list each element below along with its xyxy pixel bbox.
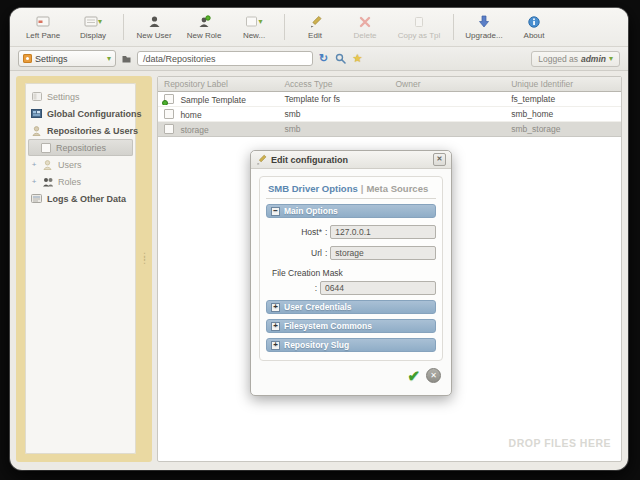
sidebar-item-repositories-users[interactable]: Repositories & Users [28, 122, 133, 139]
expand-plus-icon[interactable]: + [271, 303, 280, 312]
column-header-repository-label[interactable]: Repository Label [158, 79, 278, 89]
section-filesystem-commons[interactable]: + Filesystem Commons [266, 319, 436, 333]
bookmark-button[interactable]: ★ [351, 52, 364, 65]
section-repository-slug-label: Repository Slug [284, 340, 349, 350]
new-button[interactable]: ▾ New... [229, 15, 279, 40]
left-pane-button[interactable]: Left Pane [18, 15, 68, 40]
sidebar-item-settings-root[interactable]: Settings [28, 88, 133, 105]
new-user-button[interactable]: New User [129, 15, 179, 40]
file-creation-mask-input[interactable]: 0644 [320, 281, 436, 295]
pane-icon [31, 91, 42, 102]
sidebar-roles-label: Roles [58, 177, 81, 187]
dialog-title: Edit configuration [271, 155, 348, 165]
expand-plus-icon[interactable]: + [31, 177, 37, 186]
column-header-unique-identifier[interactable]: Unique Identifier [505, 79, 621, 89]
new-user-icon [148, 15, 161, 29]
copy-as-template-button[interactable]: Copy as Tpl [390, 15, 448, 40]
tab-meta-sources[interactable]: Meta Sources [366, 183, 428, 194]
upgrade-arrow-icon [478, 15, 490, 29]
parent-directory-button[interactable] [120, 52, 133, 65]
access-type-cell: smb [278, 109, 389, 119]
collapse-minus-icon[interactable]: − [271, 207, 280, 216]
expand-plus-icon[interactable]: + [31, 160, 37, 169]
toolbar-separator [284, 14, 285, 40]
sidebar-item-users[interactable]: + Users [28, 156, 133, 173]
expand-plus-icon[interactable]: + [271, 341, 280, 350]
unique-identifier-cell: fs_template [505, 94, 621, 104]
sidebar-item-repositories[interactable]: Repositories [28, 139, 133, 156]
refresh-icon: ↻ [319, 52, 328, 65]
new-item-icon: ▾ [245, 15, 262, 29]
about-button[interactable]: About [509, 15, 559, 40]
workspace-selector[interactable]: Settings ▾ [18, 50, 116, 67]
upgrade-button[interactable]: Upgrade... [459, 15, 509, 40]
workspace-selector-label: Settings [35, 54, 104, 64]
sidebar-item-logs-other-data[interactable]: Logs & Other Data [28, 190, 133, 207]
dialog-buttons: ✔ ✕ [259, 361, 443, 390]
repository-icon [40, 142, 51, 153]
sidebar-repositories-users-label: Repositories & Users [47, 126, 138, 136]
tab-smb-driver-options[interactable]: SMB Driver Options [268, 183, 358, 194]
host-field-row: Host* : 127.0.0.1 [266, 225, 436, 239]
tab-separator: | [361, 183, 364, 194]
sidebar-logs-label: Logs & Other Data [47, 194, 126, 204]
workspace-icon [23, 54, 32, 63]
refresh-button[interactable]: ↻ [317, 52, 330, 65]
column-header-owner[interactable]: Owner [389, 79, 505, 89]
toolbar-group-new: New User New Role ▾ New... [129, 8, 279, 46]
dialog-titlebar[interactable]: Edit configuration ✕ [251, 151, 451, 169]
new-role-button[interactable]: New Role [179, 15, 229, 40]
toolbar-separator [123, 14, 124, 40]
cancel-button[interactable]: ✕ [426, 368, 441, 383]
sidebar-item-global-configurations[interactable]: Global Configurations [28, 105, 133, 122]
repository-icon [164, 109, 174, 119]
global-config-icon [31, 108, 42, 119]
users-icon [42, 159, 53, 170]
edit-pencil-icon [256, 154, 267, 165]
edit-label: Edit [308, 31, 322, 40]
settings-tree: Settings Global Configurations Repositor… [25, 83, 136, 454]
unique-identifier-cell: smb_storage [505, 124, 621, 134]
edit-pencil-icon [309, 15, 322, 29]
toolbar-separator [453, 14, 454, 40]
toolbar-group-edit: Edit Delete Copy as Tpl [290, 8, 448, 46]
sidebar-item-roles[interactable]: + Roles [28, 173, 133, 190]
access-type-cell: smb [278, 124, 389, 134]
host-input[interactable]: 127.0.0.1 [330, 225, 436, 239]
search-button[interactable] [334, 52, 347, 65]
dialog-close-button[interactable]: ✕ [433, 153, 446, 166]
section-main-options[interactable]: − Main Options [266, 204, 436, 218]
section-user-credentials[interactable]: + User Credentials [266, 300, 436, 314]
workspace-dropdown-arrow: ▾ [107, 57, 111, 61]
expand-plus-icon[interactable]: + [271, 322, 280, 331]
display-label: Display [80, 31, 106, 40]
upgrade-label: Upgrade... [465, 31, 502, 40]
table-row[interactable]: home smb smb_home [158, 107, 621, 122]
url-label: Url [266, 248, 322, 258]
left-pane-icon [36, 15, 50, 29]
section-main-options-label: Main Options [284, 206, 338, 216]
delete-button[interactable]: Delete [340, 15, 390, 40]
unique-identifier-cell: smb_home [505, 109, 621, 119]
sidebar-users-label: Users [58, 160, 82, 170]
table-row-selected[interactable]: storage smb smb_storage [158, 122, 621, 137]
logged-as-dropdown-arrow: ▾ [609, 57, 613, 61]
display-dropdown-arrow: ▾ [98, 20, 102, 24]
display-button[interactable]: ▾ Display [68, 15, 118, 40]
section-repository-slug[interactable]: + Repository Slug [266, 338, 436, 352]
dialog-tabs: SMB Driver Options|Meta Sources [266, 183, 436, 199]
sidebar-resize-handle[interactable]: ⋮⋮ [140, 254, 149, 262]
url-field-row: Url : storage [266, 246, 436, 260]
repository-label-cell: home [180, 110, 201, 120]
copy-document-icon [413, 15, 425, 29]
url-input[interactable]: storage [330, 246, 436, 260]
logged-as-menu[interactable]: Logged as admin ▾ [531, 51, 620, 67]
edit-button[interactable]: Edit [290, 15, 340, 40]
file-creation-mask-label: File Creation Mask [272, 268, 436, 278]
column-header-access-type[interactable]: Access Type [278, 79, 389, 89]
roles-icon [42, 176, 53, 187]
ok-check-button[interactable]: ✔ [407, 369, 420, 383]
path-input[interactable]: /data/Repositories [137, 51, 313, 66]
table-row[interactable]: Sample Template Template for fs fs_templ… [158, 92, 621, 107]
delete-x-icon [359, 15, 371, 29]
